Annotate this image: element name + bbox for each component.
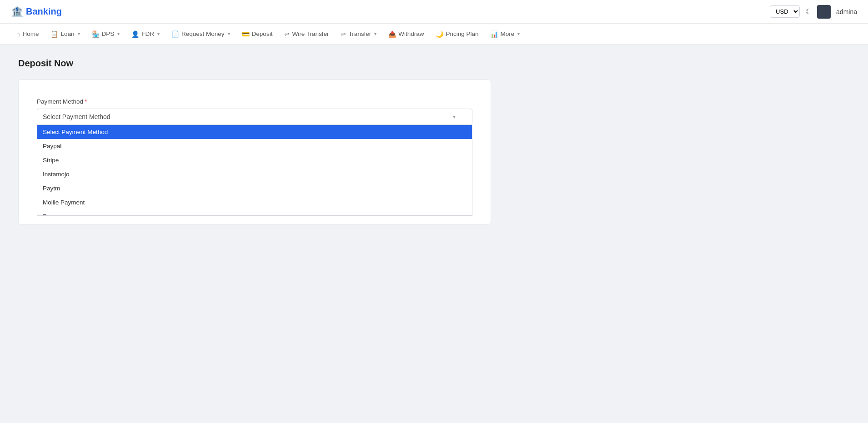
nav-item-loan[interactable]: 📋 Loan ▾ xyxy=(45,27,85,41)
payment-method-select-wrapper: Select Payment Method ▾ Select Payment M… xyxy=(37,109,472,125)
nav-label-fdr: FDR xyxy=(141,30,154,37)
select-display-text: Select Payment Method xyxy=(43,113,110,120)
dropdown-item-stripe[interactable]: Stripe xyxy=(37,153,472,167)
more-icon: 📊 xyxy=(490,30,498,38)
chevron-down-icon: ▾ xyxy=(157,31,160,36)
logo-text: Banking xyxy=(26,6,62,17)
nav-label-request-money: Request Money xyxy=(181,30,225,37)
navbar: ⌂ Home 📋 Loan ▾ 🏪 DPS ▾ 👤 FDR ▾ 📄 Reques… xyxy=(0,24,868,45)
nav-label-wire-transfer: Wire Transfer xyxy=(292,30,329,37)
logo[interactable]: 🏦 Banking xyxy=(11,6,62,18)
transfer-icon: ⇌ xyxy=(341,30,346,38)
dropdown-item-paytm[interactable]: Paytm xyxy=(37,181,472,195)
nav-item-fdr[interactable]: 👤 FDR ▾ xyxy=(126,27,165,41)
chevron-down-icon: ▾ xyxy=(453,114,456,120)
avatar xyxy=(817,5,831,19)
dps-icon: 🏪 xyxy=(92,30,100,38)
currency-select[interactable]: USD EUR GBP xyxy=(770,5,800,18)
chevron-down-icon: ▾ xyxy=(517,31,520,36)
nav-label-loan: Loan xyxy=(60,30,74,37)
payment-method-group: Payment Method* Select Payment Method ▾ … xyxy=(37,98,472,125)
nav-label-pricing-plan: Pricing Plan xyxy=(446,30,478,37)
nav-item-deposit[interactable]: 💳 Deposit xyxy=(236,27,278,41)
nav-item-request-money[interactable]: 📄 Request Money ▾ xyxy=(166,27,236,41)
chevron-down-icon: ▾ xyxy=(78,31,80,36)
main-content: Deposit Now Payment Method* Select Payme… xyxy=(0,45,868,238)
fdr-icon: 👤 xyxy=(131,30,139,38)
nav-label-deposit: Deposit xyxy=(252,30,273,37)
loan-icon: 📋 xyxy=(50,30,58,38)
deposit-icon: 💳 xyxy=(242,30,250,38)
payment-method-label: Payment Method* xyxy=(37,98,472,105)
dropdown-item-paypal[interactable]: Paypal xyxy=(37,139,472,153)
nav-label-transfer: Transfer xyxy=(348,30,371,37)
home-icon: ⌂ xyxy=(16,30,20,38)
logo-icon: 🏦 xyxy=(11,6,23,18)
nav-label-withdraw: Withdraw xyxy=(398,30,424,37)
dropdown-item-razorpay[interactable]: Razorpay xyxy=(37,209,472,216)
dark-mode-button[interactable]: ☾ xyxy=(805,7,812,16)
nav-item-dps[interactable]: 🏪 DPS ▾ xyxy=(86,27,125,41)
chevron-down-icon: ▾ xyxy=(117,31,120,36)
page-title: Deposit Now xyxy=(18,58,850,69)
wire-transfer-icon: ⇌ xyxy=(284,30,290,38)
pricing-plan-icon: 🌙 xyxy=(436,30,443,38)
dropdown-item-select[interactable]: Select Payment Method xyxy=(37,125,472,139)
deposit-card: Payment Method* Select Payment Method ▾ … xyxy=(18,80,491,224)
nav-label-dps: DPS xyxy=(102,30,115,37)
withdraw-icon: 📤 xyxy=(388,30,396,38)
chevron-down-icon: ▾ xyxy=(374,31,376,36)
nav-item-more[interactable]: 📊 More ▾ xyxy=(485,27,525,41)
nav-item-home[interactable]: ⌂ Home xyxy=(11,27,44,41)
payment-method-select[interactable]: Select Payment Method ▾ xyxy=(37,109,472,125)
nav-item-wire-transfer[interactable]: ⇌ Wire Transfer xyxy=(279,27,334,41)
nav-label-more: More xyxy=(500,30,514,37)
nav-item-transfer[interactable]: ⇌ Transfer ▾ xyxy=(335,27,382,41)
header-right: USD EUR GBP ☾ admina xyxy=(770,5,857,19)
dropdown-item-mollie[interactable]: Mollie Payment xyxy=(37,195,472,209)
nav-item-withdraw[interactable]: 📤 Withdraw xyxy=(383,27,429,41)
payment-method-dropdown: Select Payment Method Paypal Stripe Inst… xyxy=(37,125,472,216)
admin-name: admina xyxy=(836,8,857,15)
header: 🏦 Banking USD EUR GBP ☾ admina xyxy=(0,0,868,24)
nav-item-pricing-plan[interactable]: 🌙 Pricing Plan xyxy=(430,27,484,41)
nav-label-home: Home xyxy=(22,30,39,37)
required-indicator: * xyxy=(85,98,87,105)
chevron-down-icon: ▾ xyxy=(228,31,230,36)
dropdown-item-instamojo[interactable]: Instamojo xyxy=(37,167,472,181)
request-money-icon: 📄 xyxy=(171,30,179,38)
